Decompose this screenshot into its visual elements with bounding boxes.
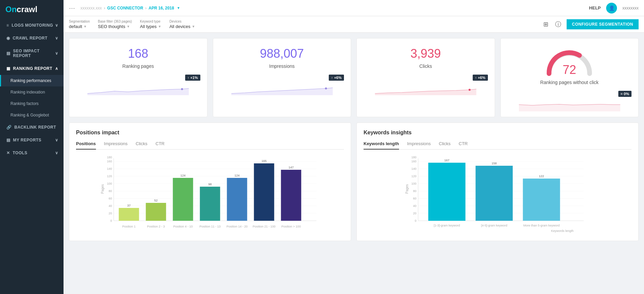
breadcrumb-sep-2: › bbox=[145, 6, 147, 10]
svg-text:Position 14 - 20: Position 14 - 20 bbox=[226, 225, 248, 228]
devices-caret: ▼ bbox=[192, 25, 195, 28]
menu-dots-icon[interactable]: ⋯ bbox=[69, 4, 75, 12]
bar-5gramplus bbox=[523, 179, 560, 221]
devices-value: All devices bbox=[169, 24, 190, 29]
sub-item-label: Ranking & Googlebot bbox=[10, 113, 49, 117]
base-filter-caret: ▼ bbox=[127, 25, 130, 28]
tab-clicks[interactable]: Clicks bbox=[136, 141, 148, 150]
bar-4-5gram bbox=[476, 166, 513, 221]
sidebar-item-ranking-performances[interactable]: Ranking performances bbox=[0, 75, 64, 86]
svg-text:[4-5]-gram keyword: [4-5]-gram keyword bbox=[481, 224, 507, 227]
bar-1-3gram bbox=[428, 163, 466, 221]
svg-text:Pages: Pages bbox=[101, 184, 104, 194]
sidebar-item-label: CRAWL REPORT bbox=[13, 36, 48, 41]
tab-keywords-clicks[interactable]: Clicks bbox=[439, 141, 451, 150]
segmentation-value: default bbox=[69, 24, 82, 29]
svg-text:124: 124 bbox=[180, 174, 185, 177]
sidebar-item-ranking-googlebot[interactable]: Ranking & Googlebot bbox=[0, 109, 64, 121]
pdf-icon[interactable]: ⊞ bbox=[542, 19, 550, 29]
bar-position11-13 bbox=[200, 187, 220, 221]
sidebar-item-logs[interactable]: ≡ LOGS MONITORING ∨ bbox=[0, 19, 64, 32]
svg-text:124: 124 bbox=[234, 174, 240, 177]
kpi-label-impressions: Impressions bbox=[269, 63, 295, 69]
filter-actions: ⊞ ⓘ CONFIGURE SEGMENTATION bbox=[542, 19, 639, 30]
sparkline-no-click bbox=[507, 98, 632, 111]
svg-text:Position 2 - 3: Position 2 - 3 bbox=[147, 225, 165, 228]
bar-position4-10 bbox=[173, 178, 193, 221]
topbar-left: ⋯ xxxxxxx.xxx › GSC CONNECTOR › APR 16, … bbox=[69, 4, 180, 12]
bar-position14-20 bbox=[227, 178, 247, 221]
svg-text:More than 5-gram keyword: More than 5-gram keyword bbox=[523, 224, 560, 227]
breadcrumb: xxxxxxx.xxx › GSC CONNECTOR › APR 16, 20… bbox=[80, 6, 180, 10]
segmentation-select[interactable]: default ▼ bbox=[69, 24, 90, 29]
bar-position100plus bbox=[281, 170, 301, 221]
sidebar-item-crawl[interactable]: ◉ CRAWL REPORT ∨ bbox=[0, 32, 64, 45]
sidebar-item-label: SEO IMPACT REPORT bbox=[13, 49, 55, 58]
svg-text:37: 37 bbox=[127, 204, 130, 207]
kpi-label-ranking-pages: Ranking pages bbox=[122, 63, 154, 69]
svg-text:120: 120 bbox=[107, 175, 112, 178]
chevron-icon: ∨ bbox=[55, 51, 58, 56]
kpi-trend-ranking-pages: ↑ +1% bbox=[185, 75, 200, 81]
svg-text:120: 120 bbox=[411, 175, 416, 178]
tab-keywords-length[interactable]: Keywords length bbox=[364, 141, 399, 150]
info-icon[interactable]: ⓘ bbox=[554, 19, 563, 30]
sidebar-item-seo[interactable]: ▤ SEO IMPACT REPORT ∨ bbox=[0, 45, 64, 62]
keyword-type-label: Keyword type bbox=[140, 20, 161, 23]
chart-row: Positions impact Positions Impressions C… bbox=[69, 123, 639, 241]
kpi-value-impressions: 988,007 bbox=[260, 47, 304, 61]
svg-text:147: 147 bbox=[289, 166, 294, 169]
configure-segmentation-button[interactable]: CONFIGURE SEGMENTATION bbox=[567, 19, 639, 29]
svg-text:160: 160 bbox=[411, 160, 416, 163]
tab-keywords-impressions[interactable]: Impressions bbox=[407, 141, 431, 150]
reports-icon: ▤ bbox=[6, 138, 10, 142]
svg-text:180: 180 bbox=[107, 156, 112, 159]
filterbar: Segmentation default ▼ Base filter (363 … bbox=[64, 16, 644, 33]
breadcrumb-gsc[interactable]: GSC CONNECTOR bbox=[107, 6, 143, 10]
keyword-type-select[interactable]: All types ▼ bbox=[140, 24, 161, 29]
tab-impressions[interactable]: Impressions bbox=[104, 141, 128, 150]
logo-crawl: crawl bbox=[17, 5, 37, 14]
sidebar-item-reports[interactable]: ▤ MY REPORTS ∨ bbox=[0, 134, 64, 146]
help-link[interactable]: HELP bbox=[589, 5, 601, 10]
tools-icon: ✕ bbox=[6, 151, 10, 155]
svg-text:167: 167 bbox=[444, 159, 449, 162]
tab-keywords-ctr[interactable]: CTR bbox=[459, 141, 468, 150]
sidebar-item-ranking[interactable]: ▦ RANKING REPORT ∧ bbox=[0, 62, 64, 75]
svg-text:Pages: Pages bbox=[405, 184, 409, 194]
kpi-trend-no-click: = 0% bbox=[618, 91, 631, 97]
logs-icon: ≡ bbox=[6, 23, 9, 28]
sidebar-item-backlink[interactable]: 🔗 BACKLINK REPORT bbox=[0, 121, 64, 134]
kpi-trend-impressions: ↑ +6% bbox=[329, 75, 344, 81]
sidebar-item-ranking-indexation[interactable]: Ranking indexation bbox=[0, 86, 64, 98]
breadcrumb-sep-1: › bbox=[104, 6, 105, 10]
svg-marker-6 bbox=[519, 104, 620, 111]
chevron-icon: ∨ bbox=[55, 23, 58, 28]
tab-ctr[interactable]: CTR bbox=[155, 141, 165, 150]
base-filter-select[interactable]: SEO thoughts ▼ bbox=[98, 24, 132, 29]
chevron-icon: ∨ bbox=[55, 36, 58, 41]
chevron-icon: ∧ bbox=[55, 66, 58, 71]
sidebar-item-tools[interactable]: ✕ TOOLS ∨ bbox=[0, 146, 64, 159]
sidebar-item-label: BACKLINK REPORT bbox=[15, 125, 56, 130]
breadcrumb-date[interactable]: APR 16, 2018 bbox=[149, 6, 174, 10]
svg-text:20: 20 bbox=[108, 212, 112, 215]
positions-chart-title: Positions impact bbox=[76, 130, 344, 136]
svg-text:Position 21 - 100: Position 21 - 100 bbox=[253, 225, 276, 228]
kpi-row: 168 Ranking pages ↑ +1% 988,007 Impressi… bbox=[69, 38, 639, 117]
devices-select[interactable]: All devices ▼ bbox=[169, 24, 195, 29]
devices-label: Devices bbox=[169, 20, 195, 23]
svg-text:140: 140 bbox=[411, 167, 416, 170]
positions-chart-tabs: Positions Impressions Clicks CTR bbox=[76, 141, 344, 150]
kpi-value-clicks: 3,939 bbox=[411, 47, 441, 61]
chevron-icon: ∨ bbox=[55, 138, 58, 142]
keyword-type-value: All types bbox=[140, 24, 156, 29]
keywords-chart-title: Keywords insights bbox=[364, 130, 631, 136]
avatar: 👤 bbox=[606, 3, 617, 14]
svg-text:0: 0 bbox=[415, 219, 416, 222]
segmentation-filter: Segmentation default ▼ bbox=[69, 20, 90, 29]
sidebar-item-ranking-factors[interactable]: Ranking factors bbox=[0, 98, 64, 109]
base-filter-group: Base filter (363 pages) SEO thoughts ▼ bbox=[98, 20, 132, 29]
breadcrumb-dropdown-icon[interactable]: ▼ bbox=[177, 6, 180, 10]
tab-positions[interactable]: Positions bbox=[76, 141, 96, 150]
